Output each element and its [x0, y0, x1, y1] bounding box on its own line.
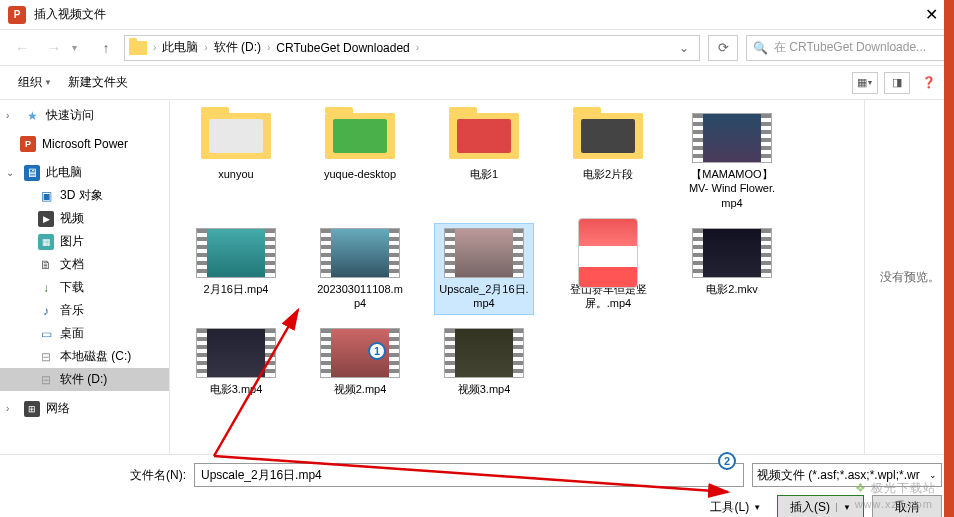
- drive-icon: ⊟: [38, 372, 54, 388]
- sidebar: › ★ 快速访问 P Microsoft Power ⌄ 🖥 此电脑 ▣3D 对…: [0, 100, 170, 454]
- sidebar-thispc[interactable]: ⌄ 🖥 此电脑: [0, 161, 169, 184]
- file-item[interactable]: 视频2.mp4: [310, 323, 410, 401]
- file-name: xunyou: [218, 167, 253, 181]
- video-icon: ▶: [38, 211, 54, 227]
- file-name: 电影1: [470, 167, 498, 181]
- new-folder-button[interactable]: 新建文件夹: [62, 70, 134, 95]
- chevron-down-icon: ▼: [753, 503, 761, 512]
- file-item[interactable]: 2月16日.mp4: [186, 223, 286, 316]
- insert-button[interactable]: 插入(S) ▼: [777, 495, 864, 517]
- file-name: yuque-desktop: [324, 167, 396, 181]
- chevron-icon: ›: [263, 42, 274, 53]
- chevron-icon: ›: [200, 42, 211, 53]
- file-item[interactable]: 电影2.mkv: [682, 223, 782, 316]
- image-icon: ▦: [38, 234, 54, 250]
- navbar: ← → ▾ ↑ › 此电脑 › 软件 (D:) › CRTubeGet Down…: [0, 30, 954, 66]
- chevron-icon: ›: [412, 42, 423, 53]
- sidebar-drive-d[interactable]: ⊟软件 (D:): [0, 368, 169, 391]
- search-icon: 🔍: [753, 41, 768, 55]
- file-name: 视频2.mp4: [334, 382, 387, 396]
- toolbar: 组织▼ 新建文件夹 ▦ ▼ ◨ ❓: [0, 66, 954, 100]
- file-name: 电影2片段: [583, 167, 633, 181]
- sidebar-videos[interactable]: ▶视频: [0, 207, 169, 230]
- document-icon: 🗎: [38, 257, 54, 273]
- thispc-icon: 🖥: [24, 165, 40, 181]
- file-item[interactable]: 电影3.mp4: [186, 323, 286, 401]
- file-item[interactable]: 电影2片段: [558, 108, 658, 215]
- crumb-drive[interactable]: 软件 (D:): [214, 39, 261, 56]
- annotation-badge-2: 2: [718, 452, 736, 470]
- file-name: 2月16日.mp4: [204, 282, 269, 296]
- help-button[interactable]: ❓: [916, 72, 942, 94]
- filename-label: 文件名(N):: [130, 467, 186, 484]
- drive-icon: ⊟: [38, 349, 54, 365]
- file-item[interactable]: yuque-desktop: [310, 108, 410, 215]
- file-item[interactable]: 电影1: [434, 108, 534, 215]
- titlebar: P 插入视频文件 ✕: [0, 0, 954, 30]
- network-icon: ⊞: [24, 401, 40, 417]
- filename-input[interactable]: [194, 463, 744, 487]
- window-title: 插入视频文件: [34, 6, 917, 23]
- chevron-icon: ›: [149, 42, 160, 53]
- file-name: Upscale_2月16日.mp4: [439, 282, 529, 311]
- main: › ★ 快速访问 P Microsoft Power ⌄ 🖥 此电脑 ▣3D 对…: [0, 100, 954, 454]
- file-item[interactable]: Upscale_2月16日.mp4: [434, 223, 534, 316]
- sidebar-drive-c[interactable]: ⊟本地磁盘 (C:): [0, 345, 169, 368]
- file-area: xunyouyuque-desktop电影1电影2片段【MAMAMOO】MV- …: [170, 100, 954, 454]
- file-item[interactable]: xunyou: [186, 108, 286, 215]
- chevron-down-icon: ⌄: [929, 470, 937, 480]
- cube-icon: ▣: [38, 188, 54, 204]
- sidebar-quick-access[interactable]: › ★ 快速访问: [0, 104, 169, 127]
- download-icon: ↓: [38, 280, 54, 296]
- crumb-folder[interactable]: CRTubeGet Downloaded: [276, 41, 409, 55]
- sidebar-powerpoint[interactable]: P Microsoft Power: [0, 133, 169, 155]
- refresh-button[interactable]: ⟳: [708, 35, 738, 61]
- annotation-badge-1: 1: [368, 342, 386, 360]
- preview-pane: 没有预览。: [864, 100, 954, 454]
- sidebar-pictures[interactable]: ▦图片: [0, 230, 169, 253]
- back-button[interactable]: ←: [8, 34, 36, 62]
- breadcrumb[interactable]: › 此电脑 › 软件 (D:) › CRTubeGet Downloaded ›…: [124, 35, 700, 61]
- file-name: 【MAMAMOO】MV- Wind Flower.mp4: [687, 167, 777, 210]
- star-icon: ★: [24, 108, 40, 124]
- expand-icon: ›: [6, 403, 18, 414]
- up-button[interactable]: ↑: [92, 34, 120, 62]
- music-icon: ♪: [38, 303, 54, 319]
- file-item[interactable]: 【MAMAMOO】MV- Wind Flower.mp4: [682, 108, 782, 215]
- file-grid[interactable]: xunyouyuque-desktop电影1电影2片段【MAMAMOO】MV- …: [170, 100, 864, 454]
- file-name: 视频3.mp4: [458, 382, 511, 396]
- sidebar-music[interactable]: ♪音乐: [0, 299, 169, 322]
- history-dropdown[interactable]: ▾: [72, 42, 88, 53]
- folder-icon: [129, 41, 147, 55]
- powerpoint-icon: P: [20, 136, 36, 152]
- expand-icon: ›: [6, 110, 18, 121]
- footer: 文件名(N): 视频文件 (*.asf;*.asx;*.wpl;*.wr ⌄ 工…: [0, 454, 954, 517]
- expand-icon: ⌄: [6, 167, 18, 178]
- sidebar-documents[interactable]: 🗎文档: [0, 253, 169, 276]
- organize-button[interactable]: 组织▼: [12, 70, 58, 95]
- close-button[interactable]: ✕: [917, 5, 946, 24]
- file-item[interactable]: 视频3.mp4: [434, 323, 534, 401]
- search-input[interactable]: 🔍 在 CRTubeGet Downloade...: [746, 35, 946, 61]
- forward-button: →: [40, 34, 68, 62]
- app-ribbon-edge: [944, 0, 954, 517]
- sidebar-desktop[interactable]: ▭桌面: [0, 322, 169, 345]
- file-item[interactable]: 202303011108.mp4: [310, 223, 410, 316]
- preview-button[interactable]: ◨: [884, 72, 910, 94]
- desktop-icon: ▭: [38, 326, 54, 342]
- chevron-down-icon: ▼: [44, 78, 52, 87]
- watermark: ❖ 极光下载站 www.xz7.com: [855, 480, 936, 511]
- sidebar-downloads[interactable]: ↓下载: [0, 276, 169, 299]
- app-icon: P: [8, 6, 26, 24]
- chevron-down-icon: ▼: [836, 503, 851, 512]
- breadcrumb-dropdown[interactable]: ⌄: [673, 41, 695, 55]
- search-placeholder: 在 CRTubeGet Downloade...: [774, 39, 926, 56]
- file-name: 电影2.mkv: [706, 282, 757, 296]
- sidebar-network[interactable]: › ⊞ 网络: [0, 397, 169, 420]
- sidebar-3d[interactable]: ▣3D 对象: [0, 184, 169, 207]
- view-button[interactable]: ▦ ▼: [852, 72, 878, 94]
- file-item[interactable]: 登山赛车但是竖屏。.mp4: [558, 223, 658, 316]
- file-name: 202303011108.mp4: [315, 282, 405, 311]
- tools-button[interactable]: 工具(L)▼: [702, 496, 769, 517]
- crumb-thispc[interactable]: 此电脑: [162, 39, 198, 56]
